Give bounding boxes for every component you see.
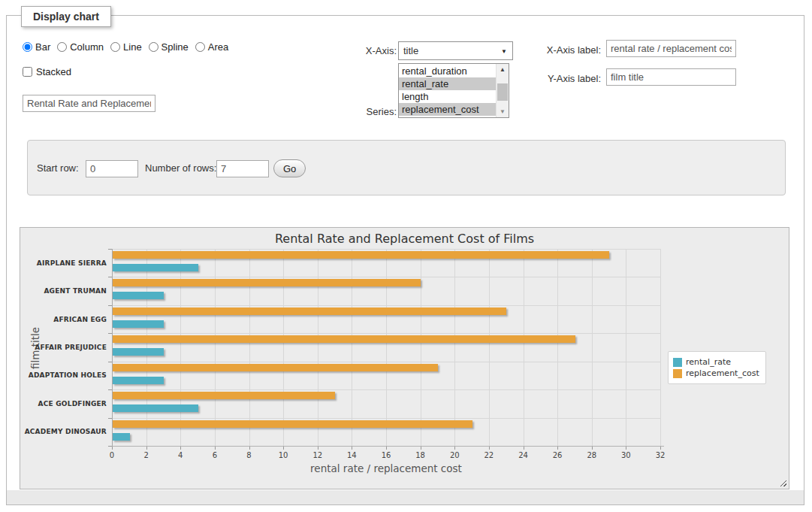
bar-rental_rate (113, 292, 164, 299)
legend-item-replacement_cost[interactable]: replacement_cost (673, 368, 759, 378)
gridline-horizontal (112, 249, 660, 250)
x-axis-select-label: X-Axis: (342, 45, 397, 56)
x-axis-tick-label: 32 (649, 451, 672, 459)
category-label: AIRPLANE SIERRA (21, 259, 107, 267)
bar-rental_rate (113, 404, 198, 412)
chart-type-radio-bar[interactable] (23, 42, 32, 52)
series-option-length[interactable]: length (399, 90, 496, 103)
num-rows-input[interactable] (216, 160, 269, 177)
x-axis-tick (454, 447, 455, 450)
y-axis-tick (108, 249, 112, 250)
x-axis-tick-label: 12 (306, 451, 329, 459)
chart-type-option-line[interactable]: Line (110, 41, 142, 53)
x-axis-tick-label: 30 (614, 451, 637, 459)
x-axis-tick (626, 447, 626, 450)
legend-item-rental_rate[interactable]: rental_rate (673, 357, 759, 367)
y-axis-label-input[interactable] (606, 68, 736, 86)
scrollbar-thumb[interactable] (497, 83, 508, 101)
chart-type-option-spline[interactable]: Spline (149, 41, 189, 53)
legend-label: rental_rate (686, 357, 731, 367)
gridline-vertical (180, 249, 181, 446)
start-row-label: Start row: (37, 162, 79, 174)
series-option-rental_rate[interactable]: rental_rate (399, 77, 496, 90)
stacked-checkbox-row[interactable]: Stacked (23, 66, 71, 77)
stacked-label: Stacked (36, 66, 71, 77)
x-axis-tick (352, 447, 352, 450)
x-axis-tick (660, 447, 661, 450)
x-axis-tick-label: 24 (512, 451, 535, 459)
chart-x-axis-title: rental rate / replacement cost (112, 462, 660, 474)
y-axis-tick (108, 362, 112, 362)
gridline-vertical (660, 249, 661, 446)
gridline-vertical (352, 249, 352, 446)
chart-type-radios: BarColumnLineSplineArea (23, 41, 235, 53)
series-multiselect[interactable]: rental_durationrental_ratelengthreplacem… (398, 63, 509, 118)
chart-type-option-area[interactable]: Area (195, 41, 228, 53)
bar-replacement_cost (113, 420, 472, 428)
chart-type-option-column[interactable]: Column (57, 41, 104, 53)
gridline-horizontal (112, 362, 660, 362)
y-axis-tick (108, 277, 112, 277)
gridline-horizontal (112, 389, 660, 390)
chart-legend: rental_ratereplacement_cost (668, 351, 766, 384)
legend-label: replacement_cost (686, 368, 759, 378)
x-axis-tick (215, 447, 216, 450)
series-option-replacement_cost[interactable]: replacement_cost (399, 103, 496, 116)
gridline-horizontal (112, 418, 660, 419)
series-option-rental_duration[interactable]: rental_duration (399, 65, 496, 77)
bar-rental_rate (113, 377, 164, 384)
x-axis-tick-label: 16 (375, 451, 397, 459)
x-axis-label-input[interactable] (606, 40, 736, 57)
chart-type-radio-spline[interactable] (149, 42, 158, 52)
x-axis-tick-label: 6 (204, 451, 226, 459)
x-axis-tick-label: 22 (478, 451, 500, 459)
category-label: AFRICAN EGG (21, 316, 107, 323)
stacked-checkbox[interactable] (23, 67, 32, 77)
bar-replacement_cost (113, 364, 438, 371)
chart-type-radio-label: Area (208, 41, 228, 53)
x-axis-tick (489, 447, 490, 450)
bar-replacement_cost (113, 279, 421, 286)
bar-replacement_cost (113, 392, 335, 399)
chart-title: Rental Rate and Replacement Cost of Film… (20, 232, 789, 246)
x-axis-tick (421, 447, 421, 450)
series-scrollbar[interactable]: ▲ ▼ (496, 64, 509, 117)
x-axis-tick-label: 14 (340, 451, 363, 459)
bar-replacement_cost (113, 308, 506, 315)
category-label: ACADEMY DINOSAUR (21, 428, 107, 435)
fieldset-footer (7, 490, 804, 504)
chart-type-option-bar[interactable]: Bar (23, 41, 50, 53)
x-axis-select[interactable]: title ▼ (398, 41, 513, 60)
chart-type-radio-area[interactable] (195, 42, 205, 52)
x-axis-tick-label: 26 (546, 451, 569, 459)
chart-type-radio-line[interactable] (110, 42, 120, 52)
resize-grip-icon[interactable] (779, 479, 786, 486)
x-axis-tick (592, 447, 593, 450)
y-axis-tick (108, 333, 112, 334)
num-rows-label: Number of rows: (145, 162, 216, 174)
x-axis-tick (180, 447, 181, 450)
start-row-input[interactable] (86, 160, 138, 177)
bar-rental_rate (113, 320, 164, 328)
series-select-label: Series: (342, 106, 397, 117)
rows-panel: Start row: Number of rows: Go (27, 140, 786, 195)
gridline-vertical (557, 249, 558, 446)
x-axis-label-label: X-Axis label: (526, 44, 601, 56)
x-axis-tick-label: 10 (272, 451, 294, 459)
x-axis-tick-label: 20 (443, 451, 466, 459)
x-axis-tick-label: 8 (238, 451, 261, 459)
scroll-down-icon[interactable]: ▼ (497, 106, 509, 117)
gridline-vertical (386, 249, 387, 446)
chart-type-radio-column[interactable] (57, 42, 67, 52)
go-button[interactable]: Go (273, 159, 306, 177)
category-label: AGENT TRUMAN (21, 287, 107, 295)
chart-title-input[interactable] (23, 95, 155, 112)
x-axis-tick (249, 447, 250, 450)
gridline-vertical (249, 249, 250, 446)
y-axis-tick (108, 305, 112, 306)
x-axis-tick-label: 28 (581, 451, 603, 459)
y-axis-tick (108, 446, 112, 447)
scroll-up-icon[interactable]: ▲ (497, 64, 509, 75)
chart-type-radio-label: Spline (161, 41, 189, 53)
x-axis-tick (318, 447, 318, 450)
